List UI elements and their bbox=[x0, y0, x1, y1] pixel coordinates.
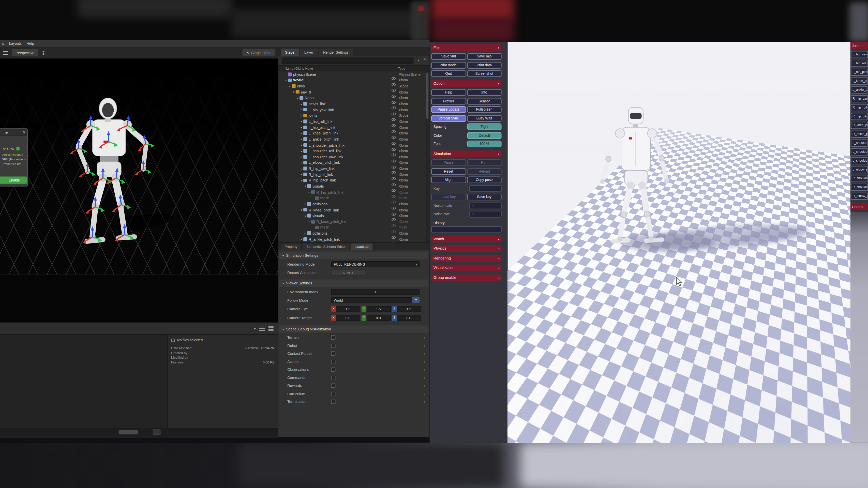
caret-right-icon[interactable]: ▸ bbox=[307, 220, 311, 223]
section-joint[interactable]: Joint bbox=[850, 42, 868, 49]
stage-tree-row[interactable]: ▸pelvis_linkXform bbox=[278, 101, 427, 107]
pause-button[interactable]: Pause bbox=[431, 159, 466, 166]
caret-right-icon[interactable]: ▸ bbox=[300, 143, 303, 147]
scrollbar-handle[interactable] bbox=[426, 72, 429, 119]
caret-right-icon[interactable]: ▸ bbox=[307, 190, 311, 194]
caret-right-icon[interactable]: ▸ bbox=[300, 114, 303, 117]
section-group-enable[interactable]: Group enable◂ bbox=[431, 274, 502, 281]
checkbox[interactable] bbox=[331, 376, 335, 380]
section-watch[interactable]: Watch◂ bbox=[431, 235, 502, 242]
tab-isaaclab[interactable]: IsaacLab bbox=[351, 243, 372, 250]
joint-slider[interactable]: R_knee_pitch bbox=[851, 122, 868, 129]
joint-slider[interactable]: L_shoulder_yaw bbox=[851, 157, 868, 164]
start-button[interactable]: START bbox=[331, 269, 365, 275]
row-options-icon[interactable]: ▾ bbox=[424, 382, 425, 390]
menu-item-help[interactable]: Help bbox=[27, 41, 34, 45]
section-viewer-settings[interactable]: ▾Viewer Settings bbox=[279, 280, 428, 287]
scrollbar-handle[interactable] bbox=[119, 430, 138, 434]
filter-icon[interactable]: ▾ bbox=[417, 58, 419, 62]
section-simulation[interactable]: Simulation▾ bbox=[431, 151, 502, 157]
stage-tree-row[interactable]: ▸R_hip_yaw_linkXform bbox=[278, 166, 427, 171]
checkbox[interactable] bbox=[331, 399, 335, 404]
menu-item[interactable]: s bbox=[2, 41, 4, 45]
stage-tree-row[interactable]: ▾visualsXform bbox=[278, 183, 427, 189]
key-field[interactable] bbox=[469, 185, 501, 192]
stage-tree-row[interactable]: ▸L_hip_pitch_linkXform bbox=[278, 124, 427, 130]
mujoco-viewport[interactable] bbox=[508, 42, 850, 443]
row-options-icon[interactable]: ▾ bbox=[424, 341, 425, 350]
section-rendering[interactable]: Rendering◂ bbox=[431, 255, 502, 262]
stage-tree-row[interactable]: ▸jointsScope bbox=[278, 112, 427, 119]
joint-slider[interactable]: L_shoulder_pitch bbox=[851, 139, 868, 147]
font-select[interactable]: 100 % bbox=[467, 140, 502, 147]
column-name[interactable]: Name (Old to New) bbox=[284, 67, 313, 70]
help-toggle[interactable]: Help bbox=[431, 89, 466, 96]
pause-update-toggle[interactable]: Pause update bbox=[431, 106, 466, 113]
joint-slider[interactable]: L_knee_pitch bbox=[851, 77, 868, 85]
caret-right-icon[interactable]: ▸ bbox=[303, 232, 307, 235]
fullscreen-toggle[interactable]: Fullscreen bbox=[467, 106, 502, 113]
reset-button[interactable]: Reset bbox=[431, 168, 466, 174]
close-icon[interactable]: ✕ bbox=[23, 130, 25, 134]
checkbox[interactable] bbox=[331, 360, 335, 364]
noise-rate-field[interactable]: 0 bbox=[469, 211, 501, 218]
align-button[interactable]: Align bbox=[431, 177, 466, 183]
quit-button[interactable]: Quit bbox=[431, 70, 466, 77]
grid-view-icon[interactable] bbox=[269, 326, 274, 331]
list-view-icon[interactable] bbox=[259, 326, 265, 331]
joint-slider[interactable]: R_shoulder_pitch bbox=[851, 175, 868, 182]
visibility-eye-icon[interactable] bbox=[391, 237, 396, 242]
joint-slider[interactable]: L_hip_yaw bbox=[851, 51, 868, 58]
save-xml-button[interactable]: Save xml bbox=[431, 53, 466, 60]
rendering-mode-select[interactable]: FULL_RENDERING▾ bbox=[331, 261, 420, 267]
viewport-menu-icon[interactable] bbox=[3, 51, 8, 55]
stage-tree-row[interactable]: ▸collisionsXform bbox=[278, 201, 427, 207]
checkbox[interactable] bbox=[331, 384, 335, 388]
print-model-button[interactable]: Print model bbox=[431, 62, 466, 68]
joint-slider[interactable]: R_shoulder_roll bbox=[851, 184, 868, 191]
screenshot-button[interactable]: Screenshot bbox=[467, 70, 502, 77]
joint-slider[interactable]: R_ankle_pitch bbox=[851, 131, 868, 138]
caret-down-icon[interactable]: ▾ bbox=[300, 179, 303, 182]
camera-target-x-field[interactable]: 0.0 bbox=[336, 315, 361, 321]
history-slider[interactable] bbox=[431, 226, 502, 233]
camera-eye-x-field[interactable]: 1.5 bbox=[336, 306, 361, 312]
caret-right-icon[interactable]: ▸ bbox=[300, 173, 303, 176]
stage-tree-row[interactable]: ▸L_shoulder_roll_linkXform bbox=[278, 148, 427, 154]
joint-slider[interactable]: L_shoulder_roll bbox=[851, 149, 868, 156]
stage-tree-row[interactable]: meshMesh bbox=[278, 195, 427, 201]
follow-mode-select[interactable]: World▾ bbox=[331, 297, 420, 303]
section-control[interactable]: Control bbox=[850, 203, 868, 210]
info-toggle[interactable]: Info bbox=[467, 89, 502, 96]
capture-icon[interactable]: ◎ bbox=[41, 49, 45, 57]
section-file[interactable]: File▾ bbox=[431, 44, 502, 51]
tab-render-settings[interactable]: Render Settings bbox=[318, 49, 353, 56]
row-options-icon[interactable]: ▾ bbox=[424, 334, 425, 342]
caret-down-icon[interactable]: ▾ bbox=[284, 78, 288, 82]
camera-eye-z-field[interactable]: 1.5 bbox=[397, 306, 421, 312]
filter-dropdown-icon[interactable]: ▾ bbox=[254, 327, 256, 330]
caret-right-icon[interactable]: ▸ bbox=[300, 108, 303, 111]
joint-slider[interactable]: L_ankle_pitch bbox=[851, 87, 868, 94]
section-visualization[interactable]: Visualization◂ bbox=[431, 265, 502, 271]
load-key-button[interactable]: Load key bbox=[431, 194, 466, 200]
run-button[interactable]: Run bbox=[467, 159, 502, 166]
search-input[interactable] bbox=[282, 58, 413, 64]
chevron-down-icon[interactable]: ▾ bbox=[412, 297, 420, 303]
caret-down-icon[interactable]: ▾ bbox=[291, 90, 296, 94]
save-mjb-button[interactable]: Save mjb bbox=[467, 53, 502, 60]
perspective-button[interactable]: Perspective bbox=[12, 49, 38, 57]
tab-semantics-schema-editor[interactable]: Semantics Schema Editor bbox=[303, 243, 349, 250]
tree-scrollbar[interactable] bbox=[426, 71, 429, 242]
tab-layer[interactable]: Layer bbox=[300, 49, 317, 56]
row-options-icon[interactable]: ▾ bbox=[424, 366, 425, 374]
tab-property[interactable]: Property bbox=[281, 243, 301, 250]
joint-slider[interactable]: L_hip_pitch bbox=[851, 69, 868, 76]
vertical-sync-toggle[interactable]: Vertical Sync bbox=[431, 115, 466, 122]
caret-right-icon[interactable]: ▸ bbox=[300, 120, 303, 123]
checkbox[interactable] bbox=[331, 344, 335, 348]
spacing-select[interactable]: Tight bbox=[467, 124, 502, 130]
section-option[interactable]: Option▾ bbox=[431, 80, 502, 87]
caret-right-icon[interactable]: ▸ bbox=[300, 155, 303, 158]
stage-tree-row[interactable]: ▾RobotXform bbox=[278, 95, 427, 101]
